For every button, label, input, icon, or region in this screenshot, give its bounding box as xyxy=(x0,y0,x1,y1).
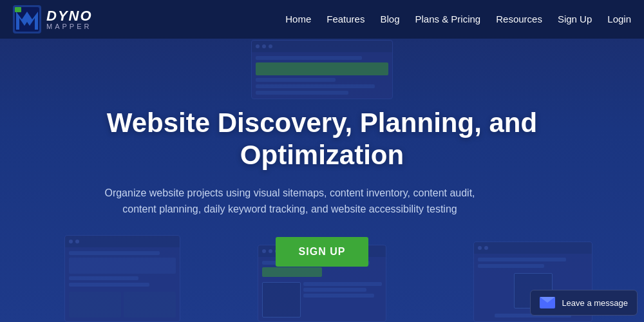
svg-rect-4 xyxy=(15,7,20,12)
hero-section: Website Discovery, Planning, and Optimiz… xyxy=(0,0,644,322)
nav-links: Home Features Blog Plans & Pricing Resou… xyxy=(285,14,631,25)
logo-icon xyxy=(13,5,41,33)
nav-item-features[interactable]: Features xyxy=(327,14,365,25)
hero-subtitle: Organize website projects using visual s… xyxy=(97,185,483,218)
hero-title: Website Discovery, Planning, and Optimiz… xyxy=(97,107,547,172)
chat-bubble[interactable]: Leave a message xyxy=(530,290,638,316)
nav-item-signup[interactable]: Sign Up xyxy=(558,14,592,25)
navbar: DYNO MAPPER Home Features Blog Plans & P… xyxy=(0,0,644,39)
hero-signup-button[interactable]: SIGN UP xyxy=(276,237,369,267)
logo-dyno-text: DYNO xyxy=(46,9,93,23)
logo[interactable]: DYNO MAPPER xyxy=(13,5,93,33)
envelope-icon xyxy=(540,297,555,308)
chat-label: Leave a message xyxy=(562,298,628,308)
nav-item-blog[interactable]: Blog xyxy=(380,14,399,25)
mockup-top xyxy=(251,40,393,99)
nav-item-plans[interactable]: Plans & Pricing xyxy=(415,14,481,25)
nav-item-home[interactable]: Home xyxy=(285,14,311,25)
nav-item-login[interactable]: Login xyxy=(607,14,631,25)
hero-content: Website Discovery, Planning, and Optimiz… xyxy=(97,107,547,267)
nav-item-resources[interactable]: Resources xyxy=(496,14,542,25)
logo-mapper-text: MAPPER xyxy=(46,23,93,30)
